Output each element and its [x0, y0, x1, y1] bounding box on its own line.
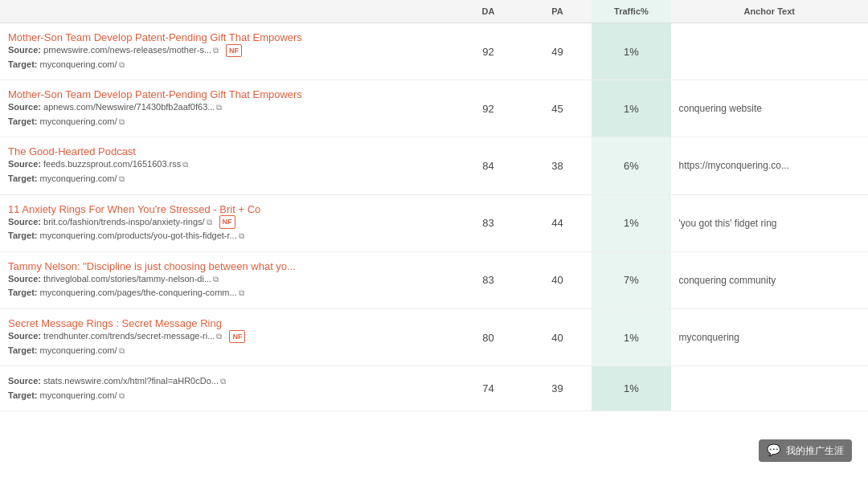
- row-title[interactable]: Mother-Son Team Develop Patent-Pending G…: [8, 31, 302, 43]
- target-line: Target: myconquering.com/pages/the-conqu…: [8, 286, 446, 300]
- traffic-cell: 1%: [592, 23, 670, 80]
- pa-cell: 38: [522, 137, 592, 194]
- row-info-cell: Tammy Nelson: "Discipline is just choosi…: [0, 251, 454, 308]
- source-url[interactable]: apnews.com/Newswire/71430bfb2aaf0f63...: [43, 102, 215, 112]
- table-row: Secret Message Rings : Secret Message Ri…: [0, 308, 868, 366]
- source-line: Source: trendhunter.com/trends/secret-me…: [8, 329, 446, 344]
- source-url[interactable]: brit.co/fashion/trends-inspo/anxiety-rin…: [43, 217, 205, 227]
- target-external-link-icon[interactable]: ⧉: [119, 390, 127, 398]
- col-header-anchor: Anchor Text: [671, 0, 868, 23]
- source-url[interactable]: thriveglobal.com/stories/tammy-nelson-di…: [43, 274, 211, 284]
- anchor-cell: conquering website: [671, 80, 868, 137]
- da-cell: 74: [454, 366, 523, 411]
- source-url[interactable]: trendhunter.com/trends/secret-message-ri…: [43, 331, 215, 341]
- target-external-link-icon[interactable]: ⧉: [119, 59, 127, 67]
- table-row: 11 Anxiety Rings For When You're Stresse…: [0, 194, 868, 251]
- table-row: Tammy Nelson: "Discipline is just choosi…: [0, 251, 868, 308]
- table-row: The Good-Hearted PodcastSource: feeds.bu…: [0, 137, 868, 194]
- col-header-traffic: Traffic%: [592, 0, 670, 23]
- traffic-cell: 1%: [592, 80, 670, 137]
- source-line: Source: feeds.buzzsprout.com/1651603.rss…: [8, 157, 446, 172]
- table-row: Mother-Son Team Develop Patent-Pending G…: [0, 80, 868, 137]
- source-url[interactable]: stats.newswire.com/x/html?final=aHR0cDo.…: [43, 376, 219, 386]
- col-header-url: [0, 0, 454, 23]
- target-label: Target:: [8, 116, 40, 126]
- traffic-cell: 1%: [592, 194, 670, 251]
- external-link-icon[interactable]: ⧉: [213, 273, 221, 281]
- target-external-link-icon[interactable]: ⧉: [239, 230, 247, 238]
- source-url[interactable]: feeds.buzzsprout.com/1651603.rss: [43, 159, 181, 169]
- row-title[interactable]: 11 Anxiety Rings For When You're Stresse…: [8, 203, 260, 215]
- target-url[interactable]: myconquering.com/products/you-got-this-f…: [40, 231, 237, 240]
- source-label: Source:: [8, 45, 43, 55]
- target-external-link-icon[interactable]: ⧉: [119, 116, 127, 124]
- source-line: Source: stats.newswire.com/x/html?final=…: [8, 374, 446, 389]
- target-url[interactable]: myconquering.com/: [40, 390, 117, 400]
- pa-cell: 40: [522, 308, 592, 366]
- row-info-cell: Secret Message Rings : Secret Message Ri…: [0, 308, 454, 366]
- backlinks-table-container: DA PA Traffic% Anchor Text Mother-Son Te…: [0, 0, 868, 411]
- row-info-cell: Source: stats.newswire.com/x/html?final=…: [0, 366, 454, 411]
- external-link-icon[interactable]: ⧉: [220, 375, 228, 383]
- row-info-cell: 11 Anxiety Rings For When You're Stresse…: [0, 194, 454, 251]
- target-line: Target: myconquering.com/ ⧉: [8, 389, 446, 403]
- target-url[interactable]: myconquering.com/: [40, 59, 117, 69]
- target-line: Target: myconquering.com/ ⧉: [8, 344, 446, 358]
- row-title[interactable]: The Good-Hearted Podcast: [8, 145, 136, 157]
- external-link-icon[interactable]: ⧉: [216, 330, 224, 338]
- target-label: Target:: [8, 231, 40, 240]
- target-external-link-icon[interactable]: ⧉: [119, 173, 127, 181]
- anchor-cell: [671, 366, 868, 411]
- anchor-cell: https://myconquering.co...: [671, 137, 868, 194]
- traffic-cell: 1%: [592, 366, 670, 411]
- external-link-icon[interactable]: ⧉: [207, 216, 215, 224]
- source-label: Source:: [8, 159, 43, 169]
- target-label: Target:: [8, 390, 40, 400]
- row-info-cell: Mother-Son Team Develop Patent-Pending G…: [0, 23, 454, 80]
- target-line: Target: myconquering.com/products/you-go…: [8, 229, 446, 243]
- row-info-cell: Mother-Son Team Develop Patent-Pending G…: [0, 80, 454, 137]
- table-row: Mother-Son Team Develop Patent-Pending G…: [0, 23, 868, 80]
- target-url[interactable]: myconquering.com/: [40, 174, 117, 183]
- source-line: Source: apnews.com/Newswire/71430bfb2aaf…: [8, 100, 446, 115]
- row-info-cell: The Good-Hearted PodcastSource: feeds.bu…: [0, 137, 454, 194]
- target-line: Target: myconquering.com/ ⧉: [8, 115, 446, 129]
- pa-cell: 49: [522, 23, 592, 80]
- anchor-cell: [671, 23, 868, 80]
- backlinks-table: DA PA Traffic% Anchor Text Mother-Son Te…: [0, 0, 868, 411]
- da-cell: 92: [454, 80, 523, 137]
- row-title[interactable]: Secret Message Rings : Secret Message Ri…: [8, 317, 222, 329]
- anchor-cell: conquering community: [671, 251, 868, 308]
- target-url[interactable]: myconquering.com/: [40, 116, 117, 126]
- target-line: Target: myconquering.com/ ⧉: [8, 58, 446, 72]
- row-title[interactable]: Tammy Nelson: "Discipline is just choosi…: [8, 260, 296, 272]
- nf-badge: NF: [226, 44, 242, 57]
- nf-badge: NF: [229, 330, 245, 343]
- col-header-da: DA: [454, 0, 523, 23]
- target-external-link-icon[interactable]: ⧉: [239, 287, 247, 295]
- external-link-icon[interactable]: ⧉: [182, 158, 190, 166]
- da-cell: 83: [454, 251, 523, 308]
- source-label: Source:: [8, 331, 43, 341]
- external-link-icon[interactable]: ⧉: [216, 101, 224, 109]
- pa-cell: 40: [522, 251, 592, 308]
- pa-cell: 39: [522, 366, 592, 411]
- target-label: Target:: [8, 174, 40, 183]
- external-link-icon[interactable]: ⧉: [213, 44, 221, 52]
- da-cell: 83: [454, 194, 523, 251]
- pa-cell: 44: [522, 194, 592, 251]
- source-url[interactable]: prnewswire.com/news-releases/mother-s...: [43, 45, 211, 55]
- traffic-cell: 1%: [592, 308, 670, 366]
- target-url[interactable]: myconquering.com/pages/the-conquering-co…: [40, 288, 237, 297]
- traffic-cell: 6%: [592, 137, 670, 194]
- target-url[interactable]: myconquering.com/: [40, 345, 117, 355]
- da-cell: 84: [454, 137, 523, 194]
- target-external-link-icon[interactable]: ⧉: [119, 345, 127, 353]
- source-label: Source:: [8, 217, 43, 227]
- table-header-row: DA PA Traffic% Anchor Text: [0, 0, 868, 23]
- da-cell: 92: [454, 23, 523, 80]
- target-label: Target:: [8, 345, 40, 355]
- target-label: Target:: [8, 288, 40, 297]
- row-title[interactable]: Mother-Son Team Develop Patent-Pending G…: [8, 88, 302, 100]
- da-cell: 80: [454, 308, 523, 366]
